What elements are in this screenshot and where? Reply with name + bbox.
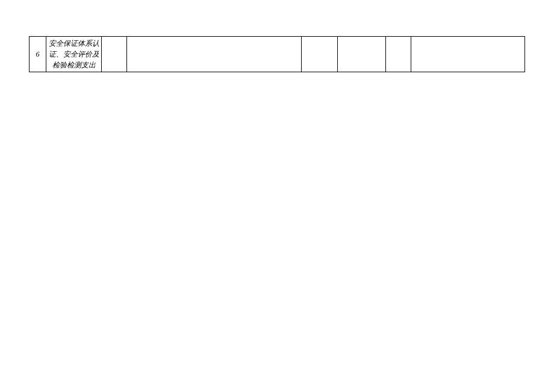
cell-number: 6 <box>30 37 46 72</box>
cell-c7 <box>386 37 411 72</box>
cell-c8 <box>411 37 525 72</box>
table-row: 6 安全保证体系认证、安全评价及检验检测支出 <box>30 37 525 72</box>
cell-c3 <box>102 37 127 72</box>
cell-c5 <box>302 37 338 72</box>
expense-table: 6 安全保证体系认证、安全评价及检验检测支出 <box>29 36 525 72</box>
cell-c6 <box>338 37 386 72</box>
cell-c4 <box>127 37 302 72</box>
cell-name: 安全保证体系认证、安全评价及检验检测支出 <box>46 37 102 72</box>
